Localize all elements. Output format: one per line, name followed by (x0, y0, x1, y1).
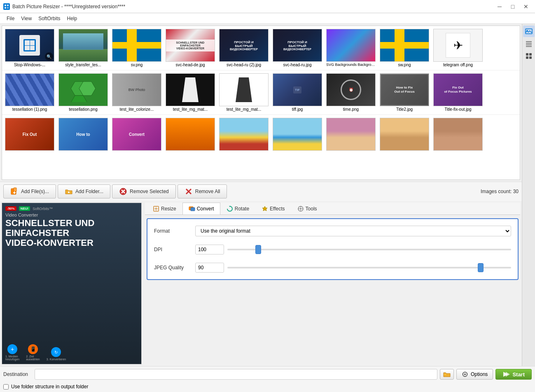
thumb-howto2[interactable]: How to (57, 117, 109, 153)
title-bar: Batch Picture Resizer - ****Unregistered… (0, 0, 535, 13)
jpeg-quality-slider[interactable] (227, 267, 511, 268)
dpi-row: DPI 100 (154, 245, 511, 254)
badge-neu: NEU! (19, 206, 30, 211)
dpi-slider[interactable] (227, 249, 511, 250)
tab-convert[interactable]: Convert (182, 203, 220, 215)
menu-softorbits[interactable]: SoftOrbits (35, 15, 63, 22)
thumb-mg2[interactable]: test_lite_mg_mat... (218, 72, 270, 113)
format-row: Format Use the original format JPEG PNG … (154, 226, 511, 236)
svg-rect-39 (529, 56, 532, 59)
thumb-stop-windows[interactable]: 🔍 Stop-Windows-... (4, 28, 56, 68)
maximize-button[interactable]: □ (507, 2, 519, 11)
thumb-titlefix[interactable]: Fix Out of Focus Pictures Title-fix-out.… (432, 72, 484, 113)
thumb-orange[interactable] (164, 117, 216, 153)
thumb-colorize[interactable]: BW Photo test_lite_colorize... (111, 72, 163, 113)
format-label: Format (154, 228, 195, 234)
thumb-sw-png[interactable]: sw.png (378, 28, 430, 68)
thumb-convert2[interactable]: Convert (111, 117, 163, 153)
thumb-label: tessellation (1).png (12, 107, 47, 112)
thumb-mg1[interactable]: test_lite_mg_mat... (164, 72, 216, 113)
menu-bar: File View SoftOrbits Help (0, 13, 535, 24)
close-button[interactable]: ✕ (520, 2, 532, 11)
thumb-label: test_lite_mg_mat... (173, 107, 208, 112)
format-select[interactable]: Use the original format JPEG PNG BMP TIF… (195, 226, 511, 236)
thumb-label: svc-head-de.jpg (175, 63, 205, 67)
sidebar-list-icon[interactable] (523, 38, 535, 49)
sidebar-grid-icon[interactable] (523, 50, 535, 62)
thumb-svc-ru[interactable]: ПРОСТОЙ И БЫСТРЫЙ ВИДЕОКОНВЕРТЕР svc-hea… (271, 28, 323, 68)
thumb-tess2[interactable]: tessellation.png (57, 72, 109, 113)
add-files-label: Add File(s)... (21, 189, 49, 194)
preview-panel: -50% NEU! SoftOrbits™ Video Converter SC… (2, 203, 142, 364)
thumb-title2[interactable]: How to Fix Out of Focus Title2.jpg (378, 72, 430, 113)
menu-file[interactable]: File (3, 15, 18, 22)
tab-effects[interactable]: Effects (255, 203, 291, 215)
add-folder-button[interactable]: Add Folder... (58, 184, 110, 198)
sidebar-images-icon[interactable] (523, 26, 535, 37)
add-files-button[interactable]: Add File(s)... (3, 184, 56, 198)
menu-view[interactable]: View (18, 15, 35, 22)
thumb-svc-ru2[interactable]: ПРОСТОЙ И БЫСТРЫЙ ВИДЕОКОНВЕРТЕР svc-hea… (218, 28, 270, 68)
thumb-beach5[interactable] (432, 117, 484, 153)
minimize-button[interactable]: ─ (494, 2, 505, 11)
thumb-time[interactable]: ⏰ time.png (325, 72, 377, 113)
thumb-svg-bg[interactable]: SVG Backgrounds Background coll... (325, 28, 377, 68)
svg-point-25 (300, 208, 301, 210)
thumb-beach4[interactable] (378, 117, 430, 153)
destination-label: Destination (3, 371, 32, 377)
remove-selected-button[interactable]: Remove Selected (112, 184, 176, 198)
destination-browse-button[interactable] (440, 369, 454, 380)
start-icon (502, 371, 510, 378)
options-button[interactable]: Options (456, 369, 493, 380)
use-folder-checkbox[interactable] (3, 384, 9, 390)
thumb-svc-de[interactable]: SCHNELLSTER UND EINFACHSTER VIDEO-KONVER… (164, 28, 216, 68)
app-icon (3, 3, 10, 10)
tab-effects-label: Effects (270, 206, 285, 212)
svg-rect-4 (7, 7, 9, 9)
effects-icon (262, 205, 268, 212)
jpeg-quality-input[interactable]: 90 (195, 263, 224, 273)
thumb-beach3[interactable] (325, 117, 377, 153)
thumb-tiff[interactable]: TIF tiff.jpg (271, 72, 323, 113)
thumb-label: svc-head-ru.jpg (283, 63, 312, 67)
tab-tools[interactable]: Tools (291, 203, 323, 215)
thumb-style-transfer[interactable]: style_transfer_tes... (57, 28, 109, 68)
window-controls: ─ □ ✕ (494, 2, 532, 11)
gear-icon (462, 371, 468, 378)
add-folder-icon (65, 187, 73, 196)
svg-point-31 (526, 30, 528, 31)
thumb-beach1[interactable] (218, 117, 270, 153)
tab-resize-label: Resize (161, 206, 176, 212)
convert-icon (189, 205, 195, 212)
thumb-label: test_lite_colorize... (120, 107, 154, 112)
preview-image: -50% NEU! SoftOrbits™ Video Converter SC… (2, 203, 141, 364)
svg-rect-37 (529, 53, 532, 56)
svg-rect-3 (5, 7, 6, 9)
menu-help[interactable]: Help (64, 15, 81, 22)
thumb-sv-png[interactable]: sv.png (111, 28, 163, 68)
start-button[interactable]: Start (495, 369, 532, 380)
destination-input[interactable] (35, 369, 437, 380)
thumb-label: Title-fix-out.jpg (444, 107, 471, 112)
tab-resize[interactable]: Resize (147, 203, 182, 215)
thumb-fixout2[interactable]: Fix Out (4, 117, 56, 153)
use-folder-row: Use folder structure in output folder (0, 382, 535, 392)
svg-rect-36 (526, 53, 528, 56)
thumb-tess1[interactable]: tessellation (1).png (4, 72, 56, 113)
tab-rotate[interactable]: Rotate (220, 203, 255, 215)
remove-selected-icon (119, 187, 127, 196)
tab-tools-label: Tools (306, 206, 317, 212)
thumb-label: sv.png (131, 63, 143, 67)
thumb-label: SVG Backgrounds Background coll... (326, 63, 376, 67)
dpi-input[interactable]: 100 (195, 245, 224, 254)
thumb-telegram[interactable]: ✈ telegram off.png (432, 28, 484, 68)
svg-rect-20 (155, 208, 157, 210)
product-subtitle: Video Converter (5, 212, 138, 217)
tab-convert-label: Convert (197, 206, 214, 212)
thumb-label: style_transfer_tes... (65, 63, 101, 67)
thumb-beach2[interactable] (271, 117, 323, 153)
remove-selected-label: Remove Selected (130, 189, 169, 194)
remove-all-button[interactable]: Remove All (178, 184, 227, 198)
rotate-icon (227, 205, 233, 212)
tools-icon (297, 205, 304, 212)
